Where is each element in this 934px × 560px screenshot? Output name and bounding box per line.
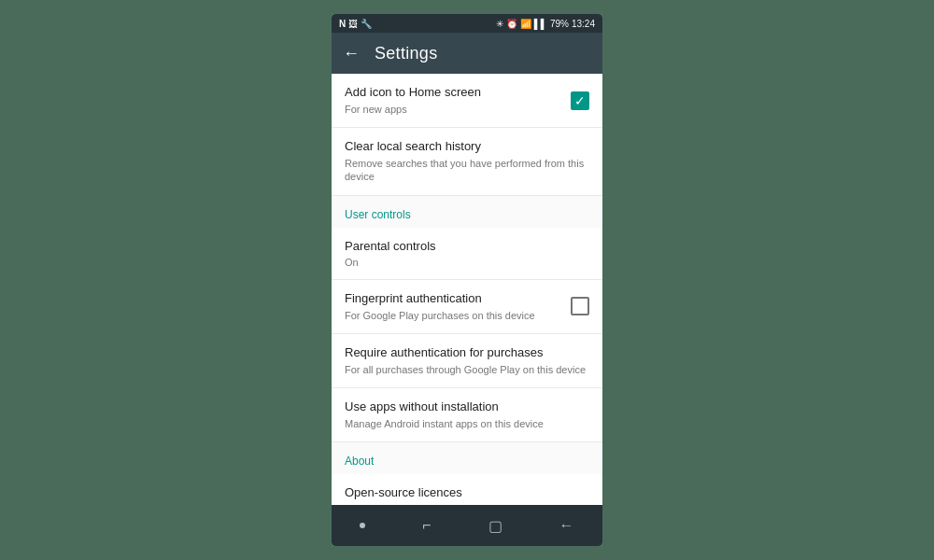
- setting-title-use-apps: Use apps without installation: [345, 399, 589, 415]
- setting-item-text: Clear local search history Remove search…: [345, 139, 589, 183]
- setting-item-text: Open-source licences Licence details for…: [345, 485, 589, 505]
- status-bar: N 🖼 🔧 ✳ ⏰ 📶 ▌▌ 79% 13:24: [332, 14, 602, 33]
- setting-title-fingerprint: Fingerprint authentication: [345, 291, 561, 307]
- settings-list: Add icon to Home screen For new apps ✓ C…: [332, 74, 602, 505]
- section-label-user-controls: User controls: [345, 208, 411, 221]
- status-left-icons: N 🖼 🔧: [339, 19, 372, 29]
- back-button[interactable]: ←: [343, 44, 360, 63]
- setting-title-clear-search: Clear local search history: [345, 139, 589, 155]
- setting-item-text: Add icon to Home screen For new apps: [345, 85, 561, 116]
- setting-item-require-auth[interactable]: Require authentication for purchases For…: [332, 334, 602, 388]
- setting-title-require-auth: Require authentication for purchases: [345, 345, 589, 361]
- setting-value-parental: On: [345, 257, 589, 268]
- setting-title-parental: Parental controls: [345, 239, 589, 255]
- nav-recents-icon[interactable]: ⌐: [422, 517, 431, 534]
- bottom-nav: ⌐ ▢ ←: [332, 505, 602, 546]
- setting-title-add-icon: Add icon to Home screen: [345, 85, 561, 101]
- setting-control-fingerprint[interactable]: [571, 297, 589, 315]
- nav-back-icon[interactable]: ←: [559, 517, 574, 534]
- setting-subtitle-use-apps: Manage Android instant apps on this devi…: [345, 417, 589, 430]
- setting-subtitle-add-icon: For new apps: [345, 103, 561, 116]
- phone-container: N 🖼 🔧 ✳ ⏰ 📶 ▌▌ 79% 13:24 ← Settings Add …: [332, 14, 602, 546]
- setting-item-text: Require authentication for purchases For…: [345, 345, 589, 376]
- setting-subtitle-clear-search: Remove searches that you have performed …: [345, 157, 589, 184]
- section-user-controls: User controls: [332, 196, 602, 228]
- nav-home-dot-icon[interactable]: [360, 523, 365, 528]
- checkbox-unchecked-icon[interactable]: [571, 297, 589, 315]
- checkbox-checked-icon[interactable]: ✓: [571, 91, 589, 110]
- setting-item-use-apps[interactable]: Use apps without installation Manage And…: [332, 388, 602, 442]
- setting-item-text: Use apps without installation Manage And…: [345, 399, 589, 430]
- alarm-icon: ⏰: [506, 19, 517, 29]
- battery-icon: 79%: [550, 19, 569, 29]
- clock: 13:24: [572, 19, 595, 29]
- setting-item-text: Parental controls On: [345, 239, 589, 268]
- setting-subtitle-fingerprint: For Google Play purchases on this device: [345, 309, 561, 322]
- setting-control-add-icon[interactable]: ✓: [571, 91, 589, 110]
- setting-title-open-source: Open-source licences: [345, 485, 589, 501]
- nav-square-icon[interactable]: ▢: [488, 517, 502, 535]
- signal-icon: ▌▌: [534, 19, 547, 29]
- setting-subtitle-require-auth: For all purchases through Google Play on…: [345, 363, 589, 376]
- setting-item-open-source[interactable]: Open-source licences Licence details for…: [332, 474, 602, 505]
- bluetooth-icon: ✳: [496, 19, 503, 29]
- setting-item-parental-controls[interactable]: Parental controls On: [332, 228, 602, 280]
- setting-item-fingerprint-auth[interactable]: Fingerprint authentication For Google Pl…: [332, 280, 602, 334]
- notification-icon-image: 🖼: [348, 19, 358, 29]
- toolbar: ← Settings: [332, 33, 602, 74]
- setting-item-clear-search[interactable]: Clear local search history Remove search…: [332, 128, 602, 195]
- notification-icon-n: N: [339, 19, 346, 29]
- page-title: Settings: [375, 44, 437, 63]
- status-right-icons: ✳ ⏰ 📶 ▌▌ 79% 13:24: [496, 19, 595, 29]
- setting-item-text: Fingerprint authentication For Google Pl…: [345, 291, 561, 322]
- setting-item-add-icon-home[interactable]: Add icon to Home screen For new apps ✓: [332, 74, 602, 128]
- section-label-about: About: [345, 455, 374, 468]
- notification-icon-tool: 🔧: [361, 19, 372, 29]
- section-about: About: [332, 442, 602, 474]
- wifi-icon: 📶: [520, 19, 531, 29]
